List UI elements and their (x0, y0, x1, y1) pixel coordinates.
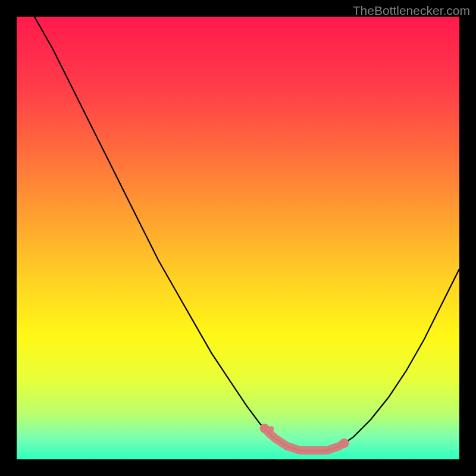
plot-area (17, 17, 459, 459)
svg-point-3 (268, 426, 274, 432)
optimal-region-highlight (260, 424, 349, 450)
svg-point-1 (260, 424, 270, 433)
svg-point-2 (340, 439, 349, 448)
bottleneck-curve (17, 17, 459, 459)
attribution-text: TheBottlenecker.com (353, 4, 470, 18)
